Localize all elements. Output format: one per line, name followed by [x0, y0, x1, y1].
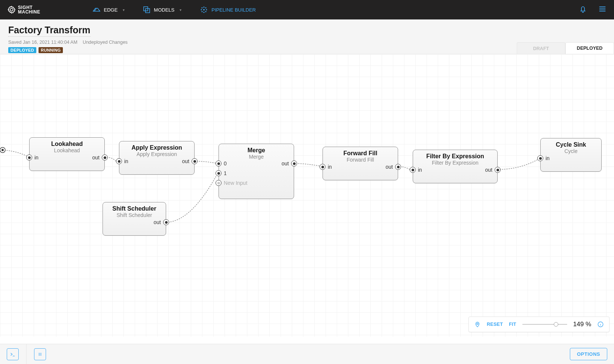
bell-icon[interactable]: [579, 5, 587, 15]
svg-point-14: [477, 323, 478, 325]
reset-button[interactable]: RESET: [487, 322, 503, 327]
status-badge-running: RUNNING: [39, 47, 63, 53]
status-badge-deployed: DEPLOYED: [8, 47, 36, 53]
fit-button[interactable]: FIT: [509, 322, 516, 327]
divider: [26, 344, 27, 364]
pause-button[interactable]: [34, 348, 46, 360]
svg-point-6: [201, 9, 202, 10]
svg-point-4: [204, 6, 205, 7]
svg-point-12: [0, 147, 5, 153]
node-subtitle: Apply Expression: [119, 151, 194, 157]
pipeline-icon: [200, 6, 208, 13]
options-button[interactable]: OPTIONS: [570, 348, 607, 360]
chevron-down-icon: ▾: [180, 8, 181, 12]
port-in[interactable]: in: [116, 158, 128, 164]
node-subtitle: Merge: [219, 154, 294, 160]
node-title: Forward Fill: [323, 147, 398, 157]
svg-point-9: [205, 7, 207, 8]
svg-point-13: [1, 149, 4, 151]
svg-point-8: [202, 7, 203, 8]
svg-point-10: [202, 11, 203, 12]
port-new-input[interactable]: New Input: [216, 180, 247, 186]
gear-eye-icon: [7, 6, 16, 14]
port-in[interactable]: in: [537, 155, 550, 161]
node-shift-scheduler[interactable]: Shift Scheduler Shift Scheduler out: [103, 202, 166, 236]
node-subtitle: Shift Scheduler: [103, 212, 166, 218]
port-0[interactable]: 0: [216, 160, 227, 166]
port-out[interactable]: out: [92, 155, 108, 160]
node-filter-by-expression[interactable]: Filter By Expression Filter By Expressio…: [413, 150, 498, 183]
view-tabs: DRAFT DEPLOYED: [517, 42, 614, 54]
port-in[interactable]: in: [320, 164, 332, 170]
svg-point-3: [203, 9, 205, 10]
hamburger-icon[interactable]: [598, 5, 607, 15]
port-out[interactable]: out: [386, 164, 401, 170]
port-in[interactable]: in: [26, 155, 39, 160]
tab-draft[interactable]: DRAFT: [517, 42, 565, 54]
top-nav: SIGHT MACHINE EDGE ▾ MODELS ▾ PIPELINE B…: [0, 0, 614, 19]
nav-models[interactable]: MODELS ▾: [143, 6, 181, 13]
zoom-value: 149 %: [573, 321, 591, 328]
tab-deployed[interactable]: DEPLOYED: [565, 42, 614, 54]
node-title: Merge: [219, 144, 294, 154]
node-title: Filter By Expression: [413, 150, 497, 160]
node-forward-fill[interactable]: Forward Fill Forward Fill in out: [323, 147, 398, 180]
info-icon[interactable]: [597, 321, 604, 328]
saved-timestamp: Saved Jan 16, 2021 11:40:04 AM: [8, 40, 77, 45]
svg-point-0: [10, 8, 13, 11]
location-pin-icon[interactable]: [474, 321, 481, 328]
svg-point-11: [205, 11, 207, 12]
port-1[interactable]: 1: [216, 170, 227, 176]
port-out[interactable]: out: [154, 219, 169, 225]
console-button[interactable]: [7, 348, 19, 360]
svg-point-5: [204, 12, 205, 13]
node-title: Apply Expression: [119, 141, 194, 151]
port-out[interactable]: out: [282, 160, 297, 166]
node-subtitle: Filter By Expression: [413, 160, 497, 166]
node-title: Lookahead: [30, 138, 104, 147]
node-subtitle: Cycle: [541, 148, 601, 154]
undeployed-changes: Undeployed Changes: [83, 40, 128, 45]
node-title: Shift Scheduler: [103, 202, 166, 212]
nav-edge-label: EDGE: [104, 7, 118, 13]
zoom-panel: RESET FIT 149 %: [468, 316, 610, 332]
brand-logo[interactable]: SIGHT MACHINE: [7, 5, 40, 14]
svg-point-7: [206, 9, 207, 10]
chevron-down-icon: ▾: [123, 8, 125, 12]
node-subtitle: Lookahead: [30, 147, 104, 153]
zoom-slider-thumb[interactable]: [554, 322, 558, 327]
node-connections: [0, 54, 614, 337]
node-title: Cycle Sink: [541, 138, 601, 148]
page-header: Factory Transform Saved Jan 16, 2021 11:…: [0, 19, 614, 54]
nav-edge[interactable]: EDGE ▾: [93, 7, 125, 13]
edge-icon: [93, 7, 100, 12]
bottom-bar: OPTIONS: [0, 344, 614, 364]
node-merge[interactable]: Merge Merge 0 1 New Input out: [219, 144, 294, 199]
brand-text-2: MACHINE: [18, 10, 40, 14]
node-apply-expression[interactable]: Apply Expression Apply Expression in out: [119, 141, 195, 175]
zoom-slider[interactable]: [522, 324, 567, 325]
node-lookahead[interactable]: Lookahead Lookahead in out: [29, 137, 105, 171]
nav-models-label: MODELS: [154, 7, 174, 13]
node-cycle-sink[interactable]: Cycle Sink Cycle in: [540, 138, 602, 172]
port-in[interactable]: in: [410, 167, 422, 173]
nav-pipeline-label: PIPELINE BUILDER: [211, 7, 256, 13]
nav-pipeline-builder[interactable]: PIPELINE BUILDER: [200, 6, 256, 13]
page-title[interactable]: Factory Transform: [8, 25, 91, 37]
pipeline-canvas[interactable]: Lookahead Lookahead in out Apply Express…: [0, 54, 614, 337]
port-out[interactable]: out: [485, 167, 501, 173]
node-subtitle: Forward Fill: [323, 157, 398, 163]
models-icon: [143, 6, 150, 13]
port-out[interactable]: out: [182, 158, 198, 164]
